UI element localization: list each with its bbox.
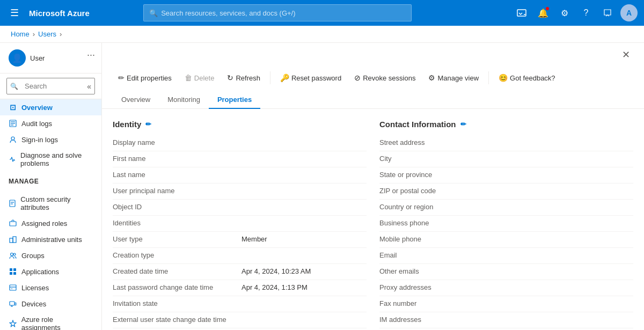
refresh-button[interactable]: ↻ Refresh (222, 71, 266, 85)
svg-rect-19 (10, 285, 16, 290)
svg-rect-10 (10, 222, 16, 226)
prop-other-emails: Other emails (379, 264, 633, 280)
properties-body: Identity ✏ Display name First name (102, 109, 644, 330)
svg-rect-11 (10, 238, 13, 243)
reset-pwd-icon: 🔑 (280, 74, 289, 82)
sidebar-item-sign-in-logs[interactable]: Sign-in logs (0, 131, 101, 148)
user-avatar[interactable]: A (620, 4, 638, 21)
svg-rect-15 (10, 268, 12, 271)
contact-edit-icon[interactable]: ✏ (460, 120, 466, 128)
applications-label: Applications (21, 268, 59, 276)
tab-properties[interactable]: Properties (209, 91, 260, 109)
breadcrumb-sep2: › (60, 30, 62, 38)
prop-last-name-label: Last name (113, 171, 241, 179)
prop-last-pwd-change: Last password change date time Apr 4, 20… (113, 280, 367, 296)
edit-properties-button[interactable]: ✏ Edit properties (113, 71, 177, 85)
prop-mobile-phone-label: Mobile phone (379, 235, 508, 243)
revoke-icon: ⊘ (354, 74, 361, 82)
content-header: ✕ ✏ Edit properties 🗑 Delete ↻ Refresh (102, 43, 644, 109)
prop-user-type-label: User type (113, 235, 241, 243)
revoke-label: Revoke sessions (363, 74, 415, 82)
revoke-sessions-button[interactable]: ⊘ Revoke sessions (349, 71, 421, 85)
prop-upn-label: User principal name (113, 187, 241, 195)
prop-other-emails-label: Other emails (379, 267, 508, 275)
prop-last-pwd-change-label: Last password change date time (113, 283, 241, 291)
prop-im-label: IM addresses (379, 316, 508, 324)
breadcrumb-home[interactable]: Home (11, 30, 30, 38)
delete-label: Delete (194, 74, 215, 82)
settings-icon[interactable]: ⚙ (556, 4, 573, 21)
close-button[interactable]: ✕ (618, 47, 633, 62)
sidebar-item-custom-security[interactable]: Custom security attributes (0, 192, 101, 215)
diagnose-icon (9, 155, 16, 164)
prop-ext-user-state-label: External user state change date time (113, 316, 241, 324)
prop-first-name: First name (113, 151, 367, 167)
manage-view-button[interactable]: ⚙ Manage view (423, 71, 484, 85)
prop-creation-type: Creation type (113, 248, 367, 264)
sidebar-item-diagnose[interactable]: Diagnose and solve problems (0, 148, 101, 171)
tab-overview[interactable]: Overview (113, 91, 159, 109)
user-menu-dots[interactable]: ··· (87, 49, 95, 61)
breadcrumb: Home › Users › (0, 26, 644, 43)
identity-section-title: Identity ✏ (113, 120, 367, 129)
azure-roles-icon (9, 319, 17, 328)
sidebar-search-box[interactable]: 🔍 « (0, 74, 101, 99)
svg-rect-18 (13, 272, 16, 275)
admin-units-icon (9, 235, 17, 244)
audit-logs-icon (9, 119, 17, 128)
prop-first-name-label: First name (113, 155, 241, 163)
reset-pwd-label: Reset password (291, 74, 341, 82)
notification-badge (545, 6, 550, 11)
prop-state: State or province (379, 167, 633, 184)
prop-object-id: Object ID (113, 200, 367, 216)
prop-last-pwd-change-value: Apr 4, 2024, 1:13 PM (241, 283, 367, 291)
feedback-icon: 😊 (499, 74, 508, 82)
breadcrumb-users[interactable]: Users (38, 30, 56, 38)
prop-state-label: State or province (379, 171, 508, 179)
prop-street-label: Street address (379, 138, 508, 146)
sidebar-item-devices[interactable]: Devices (0, 296, 101, 312)
sidebar-item-overview[interactable]: ⊡ Overview (0, 99, 101, 115)
toolbar: ✏ Edit properties 🗑 Delete ↻ Refresh 🔑 R… (113, 67, 633, 89)
left-panel: 👤 User ··· 🔍 « ⊡ Overview Audit logs (0, 43, 102, 330)
svg-rect-23 (15, 303, 16, 305)
sidebar-item-admin-units[interactable]: Administrative units (0, 231, 101, 247)
reset-password-button[interactable]: 🔑 Reset password (275, 71, 347, 85)
prop-object-id-label: Object ID (113, 203, 241, 211)
feedback-icon[interactable] (599, 4, 616, 21)
sidebar-collapse-btn[interactable]: « (87, 82, 91, 91)
sidebar-item-assigned-roles[interactable]: Assigned roles (0, 215, 101, 231)
sidebar-search-input[interactable] (20, 80, 85, 92)
audit-logs-label: Audit logs (21, 120, 52, 128)
edit-properties-label: Edit properties (127, 74, 172, 82)
notifications-icon[interactable]: 🔔 (535, 4, 552, 21)
custom-security-label: Custom security attributes (20, 195, 93, 211)
feedback-button[interactable]: 😊 Got feedback? (493, 71, 561, 85)
nav-main-items: ⊡ Overview Audit logs Sign-in logs Diag (0, 99, 101, 171)
user-header: 👤 User ··· (0, 43, 101, 74)
toolbar-sep2 (488, 71, 489, 84)
prop-display-name-label: Display name (113, 138, 241, 146)
sidebar-item-applications[interactable]: Applications (0, 263, 101, 280)
search-input[interactable] (161, 9, 406, 17)
prop-zip-label: ZIP or postal code (379, 187, 508, 195)
help-icon[interactable]: ? (577, 4, 595, 21)
prop-ext-user-state: External user state change date time (113, 312, 367, 328)
breadcrumb-sep1: › (33, 30, 35, 38)
licenses-icon (9, 283, 17, 292)
identity-fields: Display name First name Last name U (113, 135, 367, 330)
sidebar-item-azure-roles[interactable]: Azure role assignments (0, 312, 101, 330)
svg-point-14 (13, 253, 16, 255)
assigned-roles-icon (9, 219, 17, 228)
sidebar-item-groups[interactable]: Groups (0, 247, 101, 263)
svg-point-13 (11, 253, 13, 256)
right-properties-column: Contact Information ✏ Street address Cit… (379, 120, 633, 330)
sidebar-item-licenses[interactable]: Licenses (0, 280, 101, 296)
sidebar-item-audit-logs[interactable]: Audit logs (0, 115, 101, 131)
delete-button[interactable]: 🗑 Delete (179, 71, 220, 85)
cloud-shell-icon[interactable] (513, 4, 530, 21)
tab-monitoring[interactable]: Monitoring (159, 91, 209, 109)
global-search[interactable]: 🔍 (143, 4, 412, 21)
hamburger-menu[interactable]: ☰ (6, 7, 23, 19)
identity-edit-icon[interactable]: ✏ (145, 120, 151, 128)
